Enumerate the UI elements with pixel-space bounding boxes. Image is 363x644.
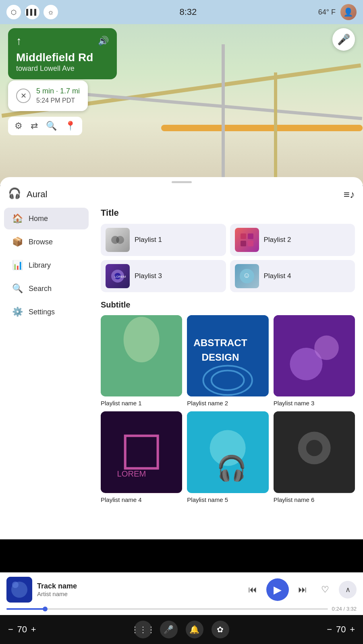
play-pause-button[interactable]: ▶: [266, 578, 289, 601]
sidebar-item-browse[interactable]: 📦 Browse: [4, 231, 89, 253]
map-highway: [161, 125, 363, 131]
playlist-thumb-2: [235, 228, 259, 252]
svg-rect-21: [101, 411, 182, 493]
prev-button[interactable]: ⏮: [244, 581, 261, 599]
sidebar-item-search[interactable]: 🔍 Search: [4, 278, 89, 299]
album-cover-3: [274, 315, 355, 396]
vol-left-minus[interactable]: −: [8, 624, 13, 635]
playlist-name-1: Playlist 1: [135, 236, 162, 244]
playlist-card-3[interactable]: LOREM Playlist 3: [101, 260, 226, 292]
sidebar-label-browse: Browse: [29, 238, 53, 246]
sidebar-label-search: Search: [29, 285, 52, 293]
sidebar-item-home[interactable]: 🏠 Home: [4, 208, 89, 229]
brightness-icon[interactable]: ☼: [44, 5, 58, 19]
svg-point-12: [124, 317, 160, 362]
album-cover-6: [274, 411, 355, 493]
album-card-6[interactable]: Playlist name 6: [274, 411, 355, 503]
album-name-5: Playlist name 5: [187, 496, 268, 503]
playlist-card-1[interactable]: Playlist 1: [101, 224, 226, 256]
svg-point-32: [12, 582, 19, 588]
track-name: Track name: [37, 582, 239, 590]
sidebar-item-settings[interactable]: ⚙️ Settings: [4, 301, 89, 323]
signal-icon: ▌▌▌: [25, 5, 39, 19]
album-card-2[interactable]: ABSTRACT DESIGN Playlist name 2: [187, 315, 268, 407]
bluetooth-icon[interactable]: ⬡: [6, 5, 21, 19]
album-card-5[interactable]: 🎧 Playlist name 5: [187, 411, 268, 503]
playlist-card-4[interactable]: ☺ Playlist 4: [230, 260, 355, 292]
section-subtitle: Subtitle: [101, 300, 355, 310]
album-name-4: Playlist name 4: [101, 496, 182, 503]
next-button[interactable]: ⏭: [294, 581, 311, 599]
album-cover-2: ABSTRACT DESIGN: [187, 315, 268, 396]
sidebar-label-settings: Settings: [29, 308, 55, 316]
svg-text:LOREM: LOREM: [117, 469, 146, 478]
player-bar: Track name Artist name ⏮ ▶ ⏭ ♡ ∧ 0:24 / …: [0, 572, 363, 615]
svg-rect-5: [248, 241, 253, 246]
clock: 8:32: [179, 7, 197, 17]
map-road-v2: [274, 72, 277, 185]
progress-bar[interactable]: [6, 608, 328, 610]
queue-icon[interactable]: ≡♪: [344, 188, 355, 201]
browse-icon: 📦: [12, 237, 23, 247]
expand-button[interactable]: ∧: [339, 581, 357, 599]
grid-icon[interactable]: ⋮⋮⋮: [134, 621, 152, 638]
playlist-grid: Playlist 1 Playlist 2: [101, 224, 355, 292]
svg-point-29: [306, 440, 322, 456]
svg-text:🎧: 🎧: [216, 454, 247, 483]
volume-right-group: − 70 +: [327, 624, 355, 635]
album-card-1[interactable]: Playlist name 1: [101, 315, 182, 407]
vol-left-plus[interactable]: +: [31, 624, 36, 635]
nav-direction-card: ↑ 🔊 Middlefield Rd toward Lowell Ave: [8, 28, 117, 79]
vol-right-value: 70: [335, 624, 346, 635]
like-button[interactable]: ♡: [316, 581, 334, 599]
svg-text:☺: ☺: [243, 271, 250, 279]
vol-right-minus[interactable]: −: [327, 624, 332, 635]
playlist-card-2[interactable]: Playlist 2: [230, 224, 355, 256]
playlist-thumb-4: ☺: [235, 264, 259, 288]
album-cover-1: [101, 315, 182, 396]
svg-point-1: [116, 236, 124, 244]
fan-icon[interactable]: ✿: [212, 621, 229, 638]
nav-close-button[interactable]: ✕: [16, 89, 31, 103]
album-card-4[interactable]: LOREM Playlist name 4: [101, 411, 182, 503]
playlist-name-4: Playlist 4: [264, 272, 291, 280]
player-track-info: Track name Artist name: [37, 582, 239, 597]
bell-icon[interactable]: 🔔: [186, 621, 203, 638]
pin-icon[interactable]: 📍: [65, 121, 76, 131]
nav-eta-card: ✕ 5 min · 1.7 mi 5:24 PM PDT: [8, 80, 88, 111]
library-icon: 📊: [12, 260, 23, 270]
app-brand: 🎧 Aural: [8, 187, 47, 202]
album-cover-4: LOREM: [101, 411, 182, 493]
nav-arrow-icon: ↑: [16, 35, 22, 47]
brand-name: Aural: [27, 189, 47, 200]
album-name-1: Playlist name 1: [101, 400, 182, 407]
svg-text:LOREM: LOREM: [114, 275, 126, 279]
brand-logo-icon: 🎧: [8, 187, 23, 202]
album-name-3: Playlist name 3: [274, 400, 355, 407]
nav-sound-icon[interactable]: 🔊: [98, 36, 109, 46]
bottom-nav-icons: ⋮⋮⋮ 🎤 🔔 ✿: [134, 621, 229, 638]
album-card-3[interactable]: Playlist name 3: [274, 315, 355, 407]
gear-icon: ⚙️: [12, 307, 23, 317]
nav-card-top: ↑ 🔊: [16, 35, 109, 47]
map-road-v1: [222, 44, 225, 185]
mic-icon: 🎤: [337, 33, 350, 46]
status-left: ⬡ ▌▌▌ ☼: [6, 5, 58, 19]
search-nav-icon[interactable]: 🔍: [46, 121, 57, 131]
mic-bottom-icon[interactable]: 🎤: [160, 621, 178, 638]
settings-icon[interactable]: ⚙: [15, 121, 23, 131]
svg-point-20: [314, 336, 339, 360]
progress-dot: [43, 607, 48, 611]
mic-button[interactable]: 🎤: [332, 28, 355, 51]
route-icon[interactable]: ⇄: [31, 121, 38, 131]
svg-text:DESIGN: DESIGN: [202, 352, 239, 363]
main-content: Title Playlist 1: [93, 204, 363, 534]
sidebar-item-library[interactable]: 📊 Library: [4, 254, 89, 276]
bottom-bar: − 70 + ⋮⋮⋮ 🎤 🔔 ✿ − 70 +: [0, 615, 363, 644]
avatar[interactable]: 👤: [340, 4, 357, 20]
progress-time: 0:24 / 3:32: [332, 606, 357, 612]
player-progress[interactable]: 0:24 / 3:32: [6, 606, 357, 615]
playlist-name-3: Playlist 3: [135, 272, 162, 280]
nav-eta: 5 min · 1.7 mi: [36, 86, 80, 96]
vol-right-plus[interactable]: +: [350, 624, 355, 635]
